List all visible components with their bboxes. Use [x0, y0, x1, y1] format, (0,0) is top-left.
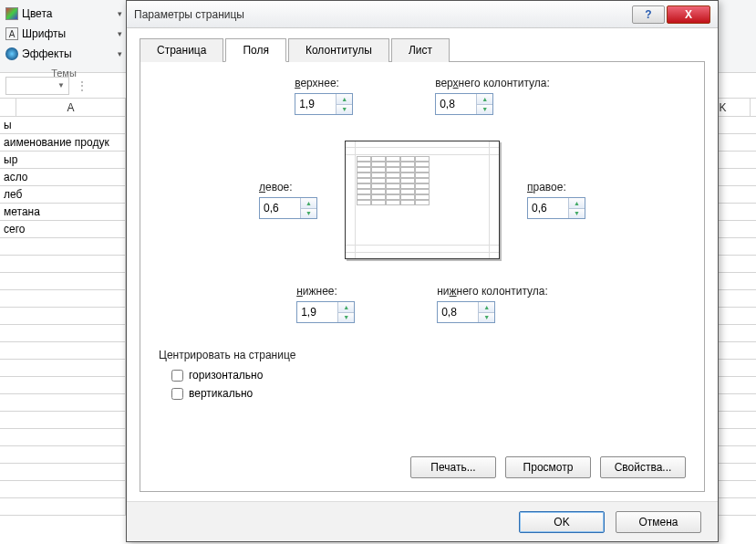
center-vertical-checkbox[interactable]: вертикально: [171, 387, 686, 400]
header-margin-spinner[interactable]: ▲▼: [435, 93, 493, 115]
dialog-title: Параметры страницы: [134, 8, 632, 21]
spin-down-icon[interactable]: ▼: [301, 209, 316, 219]
dots-icon: ⋮: [77, 79, 88, 92]
margin-right-input[interactable]: [528, 198, 568, 218]
margin-left-label: левое:: [259, 181, 317, 194]
margin-top-spinner[interactable]: ▲▼: [295, 93, 353, 115]
margin-bottom-label: нижнее:: [296, 285, 355, 298]
tab-page[interactable]: Страница: [140, 38, 223, 62]
center-horizontal-checkbox[interactable]: горизонтально: [171, 369, 686, 382]
margin-bottom-spinner[interactable]: ▲▼: [296, 301, 355, 323]
close-icon: X: [685, 8, 692, 21]
spin-up-icon[interactable]: ▲: [338, 302, 354, 313]
footer-margin-input[interactable]: [438, 302, 478, 322]
spin-up-icon[interactable]: ▲: [479, 302, 494, 313]
page-setup-dialog: Параметры страницы ? X Страница Поля Кол…: [126, 0, 719, 542]
help-button[interactable]: ?: [632, 5, 665, 24]
spin-up-icon[interactable]: ▲: [301, 198, 316, 209]
spin-down-icon[interactable]: ▼: [569, 209, 585, 219]
footer-margin-field: нижнего колонтитула: ▲▼: [437, 285, 548, 323]
margin-bottom-field: нижнее: ▲▼: [296, 285, 355, 323]
colors-label: Цвета: [22, 7, 52, 20]
margin-right-field: правое: ▲▼: [527, 181, 585, 219]
margin-left-input[interactable]: [260, 198, 300, 218]
header-margin-label: верхнего колонтитула:: [435, 77, 550, 89]
chevron-down-icon: ▼: [57, 81, 65, 89]
col-a[interactable]: A: [16, 99, 126, 116]
colors-button[interactable]: Цвета▾: [0, 4, 128, 24]
name-box[interactable]: ▼: [5, 77, 69, 95]
center-on-page-group: Центрировать на странице горизонтально в…: [159, 349, 686, 400]
margin-left-spinner[interactable]: ▲▼: [259, 197, 317, 219]
spin-up-icon[interactable]: ▲: [477, 94, 492, 105]
close-button[interactable]: X: [667, 5, 710, 24]
effects-icon: [5, 47, 18, 60]
center-title: Центрировать на странице: [159, 349, 686, 361]
properties-button[interactable]: Свойства...: [600, 456, 686, 478]
spin-up-icon[interactable]: ▲: [569, 198, 585, 209]
margins-panel: верхнее: ▲▼ верхнего колонтитула: ▲▼: [140, 62, 705, 492]
effects-button[interactable]: Эффекты▾: [0, 44, 128, 64]
tabs: Страница Поля Колонтитулы Лист: [140, 37, 705, 62]
tab-sheet[interactable]: Лист: [391, 38, 450, 62]
header-margin-field: верхнего колонтитула: ▲▼: [435, 77, 550, 115]
colors-icon: [5, 7, 18, 20]
chevron-down-icon: ▾: [118, 29, 122, 38]
spin-down-icon[interactable]: ▼: [338, 313, 354, 323]
page-preview: [345, 141, 500, 259]
titlebar[interactable]: Параметры страницы ? X: [127, 1, 718, 28]
fonts-icon: A: [5, 27, 18, 40]
effects-label: Эффекты: [22, 47, 72, 60]
tab-margins[interactable]: Поля: [225, 38, 286, 62]
footer-margin-label: нижнего колонтитула:: [437, 285, 548, 298]
margin-top-field: верхнее: ▲▼: [295, 77, 353, 115]
margin-right-label: правое:: [527, 181, 585, 194]
chevron-down-icon: ▾: [118, 49, 122, 58]
spin-down-icon[interactable]: ▼: [477, 105, 492, 115]
tab-headers[interactable]: Колонтитулы: [288, 38, 389, 62]
chevron-down-icon: ▾: [118, 9, 122, 18]
spin-up-icon[interactable]: ▲: [337, 94, 352, 105]
margin-right-spinner[interactable]: ▲▼: [527, 197, 585, 219]
ok-button[interactable]: OK: [519, 511, 605, 533]
spin-down-icon[interactable]: ▼: [337, 105, 352, 115]
margin-bottom-input[interactable]: [297, 302, 337, 322]
dialog-footer: OK Отмена: [127, 501, 718, 541]
fonts-button[interactable]: AШрифты▾: [0, 24, 128, 44]
fonts-label: Шрифты: [22, 27, 66, 40]
cancel-button[interactable]: Отмена: [616, 511, 701, 533]
margin-top-label: верхнее:: [295, 77, 353, 89]
preview-button[interactable]: Просмотр: [505, 456, 591, 478]
header-margin-input[interactable]: [436, 94, 476, 114]
margin-top-input[interactable]: [295, 94, 336, 114]
margin-left-field: левое: ▲▼: [259, 181, 317, 219]
footer-margin-spinner[interactable]: ▲▼: [437, 301, 495, 323]
spin-down-icon[interactable]: ▼: [479, 313, 494, 323]
help-icon: ?: [645, 8, 651, 21]
print-button[interactable]: Печать...: [410, 456, 496, 478]
